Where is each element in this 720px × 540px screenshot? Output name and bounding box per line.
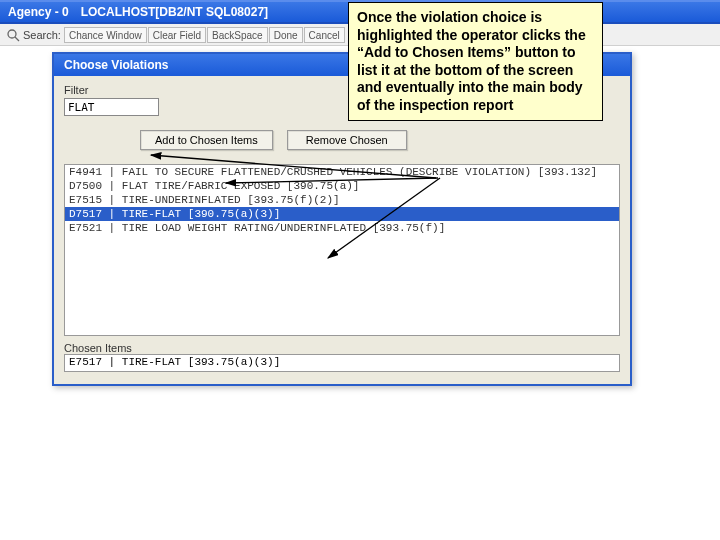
list-item[interactable]: E7521 | TIRE LOAD WEIGHT RATING/UNDERINF… bbox=[65, 221, 619, 235]
cancel-button[interactable]: Cancel bbox=[304, 27, 345, 43]
list-item[interactable]: F4941 | FAIL TO SECURE FLATTENED/CRUSHED… bbox=[65, 165, 619, 179]
filter-input[interactable] bbox=[64, 98, 159, 116]
list-item[interactable]: E7515 | TIRE-UNDERINFLATED [393.75(f)(2)… bbox=[65, 193, 619, 207]
svg-point-0 bbox=[8, 30, 16, 38]
clear-field-button[interactable]: Clear Field bbox=[148, 27, 206, 43]
search-label: Search: bbox=[23, 29, 61, 41]
chosen-items-label: Chosen Items bbox=[64, 342, 620, 354]
svg-line-1 bbox=[15, 37, 19, 41]
backspace-button[interactable]: BackSpace bbox=[207, 27, 268, 43]
instruction-callout: Once the violation choice is highlighted… bbox=[348, 2, 603, 121]
chance-window-button[interactable]: Chance Window bbox=[64, 27, 147, 43]
list-item[interactable]: D7517 | TIRE-FLAT [390.75(a)(3)] bbox=[65, 207, 619, 221]
chosen-items-box[interactable]: E7517 | TIRE-FLAT [393.75(a)(3)] bbox=[64, 354, 620, 372]
agency-label: Agency - 0 bbox=[8, 5, 69, 19]
violations-listbox[interactable]: F4941 | FAIL TO SECURE FLATTENED/CRUSHED… bbox=[64, 164, 620, 336]
search-icon bbox=[6, 28, 20, 42]
add-to-chosen-button[interactable]: Add to Chosen Items bbox=[140, 130, 273, 150]
connection-label: LOCALHOST[DB2/NT SQL08027] bbox=[81, 5, 268, 19]
remove-chosen-button[interactable]: Remove Chosen bbox=[287, 130, 407, 150]
done-button[interactable]: Done bbox=[269, 27, 303, 43]
list-item[interactable]: D7500 | FLAT TIRE/FABRIC EXPOSED [390.75… bbox=[65, 179, 619, 193]
